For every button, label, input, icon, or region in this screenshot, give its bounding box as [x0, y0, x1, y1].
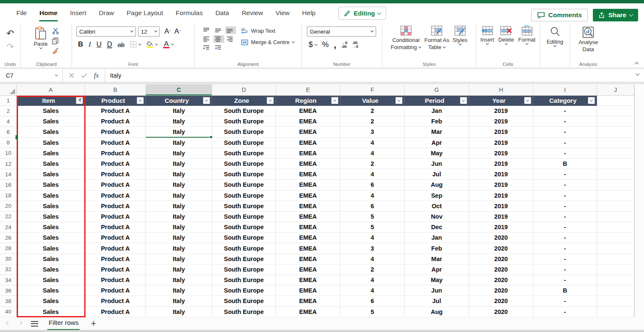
format-painter-icon[interactable]: [52, 47, 59, 54]
cell[interactable]: 2019: [469, 222, 533, 233]
row-header-4[interactable]: 4: [0, 116, 17, 127]
cell[interactable]: EMEA: [276, 296, 340, 306]
cell[interactable]: Italy: [146, 233, 212, 243]
cell[interactable]: South Europe: [212, 233, 276, 243]
row-header-22[interactable]: 22: [0, 212, 17, 222]
cell[interactable]: 2020: [469, 296, 533, 306]
cell[interactable]: [597, 307, 634, 317]
column-header-F[interactable]: F: [340, 84, 405, 95]
cell[interactable]: 2019: [469, 180, 533, 190]
cell[interactable]: South Europe: [212, 254, 276, 264]
cell[interactable]: Product A: [85, 180, 146, 190]
align-bottom-icon[interactable]: [225, 26, 236, 34]
cell[interactable]: Sales: [17, 212, 85, 222]
align-left-icon[interactable]: [202, 35, 213, 43]
cell[interactable]: Jun: [405, 285, 469, 296]
italic-button[interactable]: I: [88, 40, 91, 49]
cell[interactable]: 4: [340, 233, 405, 243]
cell[interactable]: 2019: [469, 106, 533, 116]
cell[interactable]: EMEA: [276, 201, 340, 212]
cell[interactable]: Product A: [85, 148, 146, 159]
cell[interactable]: Product A: [85, 275, 146, 285]
filter-header-cell-item[interactable]: Item: [17, 96, 85, 106]
cell[interactable]: -: [533, 222, 597, 233]
cell[interactable]: EMEA: [276, 159, 340, 169]
filter-dropdown-icon[interactable]: [460, 97, 467, 104]
cell[interactable]: Mar: [405, 254, 469, 264]
cell[interactable]: May: [405, 148, 469, 159]
increase-font-icon[interactable]: Aˆ: [164, 27, 171, 36]
next-sheet-icon[interactable]: [18, 321, 23, 325]
cell[interactable]: Italy: [146, 275, 212, 285]
cell[interactable]: South Europe: [212, 106, 276, 116]
filter-header-cell-value[interactable]: Value: [340, 96, 405, 106]
cell[interactable]: [597, 275, 634, 285]
cell[interactable]: South Europe: [212, 159, 276, 169]
cell[interactable]: EMEA: [276, 138, 340, 148]
cell[interactable]: Italy: [146, 222, 212, 233]
cell[interactable]: Sales: [17, 169, 85, 180]
cell[interactable]: Aug: [405, 307, 469, 317]
cell[interactable]: EMEA: [276, 307, 340, 317]
cell[interactable]: 5: [340, 222, 405, 233]
cell[interactable]: Jul: [405, 169, 469, 180]
cell[interactable]: 4: [340, 138, 405, 148]
cell[interactable]: South Europe: [212, 264, 276, 275]
underline-button[interactable]: U: [96, 40, 101, 49]
cell[interactable]: -: [533, 201, 597, 212]
cell[interactable]: South Europe: [212, 116, 276, 127]
cell[interactable]: -: [533, 243, 597, 254]
cell[interactable]: -: [533, 106, 597, 116]
cell[interactable]: -: [533, 233, 597, 243]
menu-tab-draw[interactable]: Draw: [93, 4, 120, 22]
number-format-select[interactable]: General: [307, 26, 376, 37]
filter-header-cell-region[interactable]: Region: [276, 96, 340, 106]
cell[interactable]: [597, 264, 634, 275]
cell[interactable]: Italy: [146, 285, 212, 296]
cell[interactable]: South Europe: [212, 201, 276, 212]
cell[interactable]: -: [533, 116, 597, 127]
column-header-C[interactable]: C: [146, 84, 212, 95]
cell[interactable]: Product A: [85, 233, 146, 243]
cell[interactable]: -: [533, 148, 597, 159]
cell[interactable]: Product A: [85, 296, 146, 306]
cell[interactable]: [597, 138, 634, 148]
editing-mode-dropdown[interactable]: Editing: [338, 7, 386, 20]
cell[interactable]: 2019: [469, 148, 533, 159]
insert-cells-button[interactable]: Insert: [480, 26, 494, 44]
cell[interactable]: [597, 233, 634, 243]
cell[interactable]: Italy: [146, 180, 212, 190]
redo-icon[interactable]: ↷: [6, 42, 14, 52]
cell[interactable]: Sales: [17, 264, 85, 275]
cell[interactable]: Sales: [17, 180, 85, 190]
cell[interactable]: Apr: [405, 138, 469, 148]
cell[interactable]: -: [533, 275, 597, 285]
cell[interactable]: EMEA: [276, 148, 340, 159]
column-header-A[interactable]: A: [17, 84, 85, 95]
row-header-12[interactable]: 12: [0, 159, 17, 169]
chevron-down-icon[interactable]: [171, 42, 174, 45]
chevron-down-icon[interactable]: [314, 42, 317, 45]
fx-icon[interactable]: fx: [94, 72, 99, 79]
row-header-14[interactable]: 14: [0, 169, 17, 180]
row-header-28[interactable]: 28: [0, 243, 17, 254]
wrap-text-button[interactable]: ab Wrap Text: [241, 28, 295, 34]
share-button[interactable]: Share: [593, 9, 638, 21]
cell[interactable]: Sales: [17, 116, 85, 127]
cell[interactable]: [597, 116, 634, 127]
cell[interactable]: Italy: [146, 191, 212, 201]
row-header-18[interactable]: 18: [0, 191, 17, 201]
cell[interactable]: Jan: [405, 233, 469, 243]
filter-dropdown-icon[interactable]: [137, 97, 144, 104]
row-header-2[interactable]: 2: [0, 106, 17, 116]
cell[interactable]: Product A: [85, 222, 146, 233]
cell[interactable]: 2019: [469, 127, 533, 137]
vertical-scrollbar[interactable]: [634, 84, 644, 317]
cell[interactable]: [597, 169, 634, 180]
column-header-D[interactable]: D: [212, 84, 276, 95]
cell[interactable]: -: [533, 212, 597, 222]
cell[interactable]: Sales: [17, 148, 85, 159]
menu-tab-page-layout[interactable]: Page Layout: [120, 4, 169, 22]
borders-icon[interactable]: [130, 41, 137, 48]
filter-dropdown-icon[interactable]: [331, 97, 338, 104]
